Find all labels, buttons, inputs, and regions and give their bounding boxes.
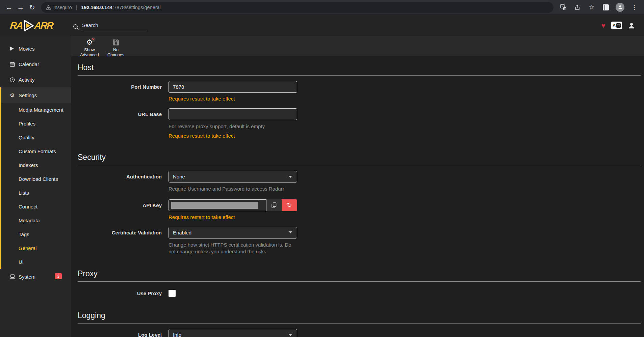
url-base-restart-warning: Requires restart to take effect — [169, 133, 297, 139]
use-proxy-checkbox[interactable] — [169, 290, 176, 297]
sidebar-item-custom-formats[interactable]: Custom Formats — [1, 144, 71, 158]
sidebar-item-label: Settings — [19, 92, 37, 98]
authentication-row: Authentication None Require Username and… — [78, 171, 641, 192]
sidebar-item-calendar[interactable]: Calendar — [0, 56, 71, 72]
main-panel: ⚙ ✕ Show Advanced No Changes — [71, 36, 644, 337]
sidebar-item-download-clients[interactable]: Download Clients — [1, 172, 71, 186]
laptop-icon — [10, 274, 19, 279]
play-logo-icon — [23, 20, 34, 32]
sidebar-item-tags[interactable]: Tags — [1, 227, 71, 241]
authentication-label: Authentication — [78, 171, 169, 192]
sidebar-item-indexers[interactable]: Indexers — [1, 158, 71, 172]
browser-reload-button[interactable]: ↻ — [26, 2, 38, 13]
radarr-app: RA ARR ♥ A — [0, 15, 644, 337]
bookmark-star-icon[interactable]: ☆ — [587, 3, 596, 12]
copy-api-key-button[interactable] — [266, 199, 282, 211]
header-right-icons: ♥ A — [601, 22, 635, 30]
refresh-icon: ↻ — [287, 201, 292, 209]
api-key-input[interactable] — [169, 199, 266, 211]
url-path: :7878/settings/general — [112, 5, 161, 10]
logo-text-right: ARR — [34, 20, 54, 31]
side-panel-icon[interactable] — [601, 3, 610, 12]
sidebar-item-label: Activity — [19, 77, 35, 83]
logo-text-left: RA — [9, 20, 23, 31]
log-level-select[interactable]: Info — [169, 329, 297, 337]
port-number-input[interactable] — [169, 81, 297, 93]
browser-action-icons: A ☆ ⋮ — [557, 3, 641, 12]
certificate-validation-select[interactable]: Enabled — [169, 227, 297, 238]
sidebar-item-media-management[interactable]: Media Management — [1, 103, 71, 117]
authentication-select[interactable]: None — [169, 171, 297, 182]
log-level-value: Info — [173, 332, 181, 337]
url-base-help: For reverse proxy support, default is em… — [169, 123, 297, 130]
general-settings-content: Host Port Number Requires restart to tak… — [71, 56, 644, 337]
address-bar[interactable]: Inseguro | 192.168.0.144 :7878/settings/… — [41, 2, 553, 13]
radarr-logo[interactable]: RA ARR — [0, 20, 71, 32]
chevron-down-icon — [289, 231, 292, 233]
port-number-row: Port Number Requires restart to take eff… — [78, 81, 641, 102]
sidebar-item-settings[interactable]: ⚙ Settings — [1, 87, 71, 103]
url-base-label: URL Base — [78, 108, 169, 139]
share-icon[interactable] — [573, 3, 582, 12]
settings-toolbar: ⚙ ✕ Show Advanced No Changes — [71, 36, 644, 56]
browser-back-button[interactable]: ← — [3, 2, 15, 13]
browser-profile-avatar[interactable] — [616, 3, 624, 12]
page-translate-icon[interactable]: A — [611, 22, 622, 29]
no-changes-button[interactable]: No Changes — [105, 38, 127, 58]
regenerate-api-key-button[interactable]: ↻ — [282, 199, 297, 211]
sidebar: Movies Calendar — [0, 36, 71, 337]
browser-forward-button[interactable]: → — [15, 2, 26, 13]
gears-icon: ⚙ — [10, 92, 19, 99]
sidebar-item-label: Calendar — [19, 61, 39, 67]
sidebar-item-ui[interactable]: UI — [1, 255, 71, 269]
host-section-title: Host — [78, 63, 641, 76]
user-icon[interactable] — [628, 22, 635, 29]
url-host: 192.168.0.144 — [81, 5, 112, 10]
sidebar-item-general[interactable]: General — [1, 241, 71, 255]
sidebar-item-activity[interactable]: Activity — [0, 72, 71, 87]
calendar-icon — [10, 62, 19, 67]
system-warning-badge: 3 — [55, 273, 62, 279]
sidebar-item-connect[interactable]: Connect — [1, 200, 71, 214]
save-icon — [112, 39, 120, 46]
sidebar-item-lists[interactable]: Lists — [1, 186, 71, 200]
person-icon — [618, 5, 623, 10]
url-base-row: URL Base For reverse proxy support, defa… — [78, 108, 641, 139]
authentication-help: Require Username and Password to access … — [169, 186, 297, 192]
advanced-off-x-icon: ✕ — [91, 37, 96, 42]
log-level-label: Log Level — [78, 329, 169, 337]
app-body: Movies Calendar — [0, 36, 644, 337]
translate-icon[interactable]: A — [559, 3, 568, 12]
donate-heart-icon[interactable]: ♥ — [601, 22, 606, 30]
show-advanced-button[interactable]: ⚙ ✕ Show Advanced — [78, 38, 101, 58]
use-proxy-label: Use Proxy — [78, 290, 169, 297]
logging-section-title: Logging — [78, 311, 641, 324]
sidebar-item-profiles[interactable]: Profiles — [1, 117, 71, 131]
url-base-input[interactable] — [169, 108, 297, 120]
certificate-validation-label: Certificate Validation — [78, 227, 169, 255]
chevron-down-icon — [289, 334, 292, 336]
api-key-restart-warning: Requires restart to take effect — [169, 214, 297, 220]
certificate-validation-help: Change how strict HTTPS certification va… — [169, 242, 297, 255]
sidebar-item-quality[interactable]: Quality — [1, 131, 71, 144]
browser-menu-icon[interactable]: ⋮ — [630, 3, 639, 12]
authentication-value: None — [173, 174, 185, 179]
certificate-validation-value: Enabled — [173, 230, 191, 235]
api-key-group: ↻ — [169, 199, 297, 211]
app-header: RA ARR ♥ A — [0, 15, 644, 36]
sidebar-item-metadata[interactable]: Metadata — [1, 214, 71, 227]
search-icon — [73, 24, 79, 30]
sidebar-item-movies[interactable]: Movies — [0, 41, 71, 56]
sidebar-item-system[interactable]: System 3 — [0, 269, 71, 284]
url-separator: | — [76, 4, 77, 10]
play-icon — [10, 46, 19, 51]
search-input[interactable] — [81, 21, 148, 30]
sidebar-item-label: System — [19, 274, 35, 280]
api-key-value-redacted — [171, 202, 258, 209]
api-key-row: API Key — [78, 199, 641, 220]
log-level-row: Log Level Info — [78, 329, 641, 337]
browser-toolbar: ← → ↻ Inseguro | 192.168.0.144 :7878/set… — [0, 0, 644, 15]
security-status-label: Inseguro — [53, 5, 72, 10]
chevron-down-icon — [289, 176, 292, 178]
translate-letter: A — [613, 23, 616, 28]
